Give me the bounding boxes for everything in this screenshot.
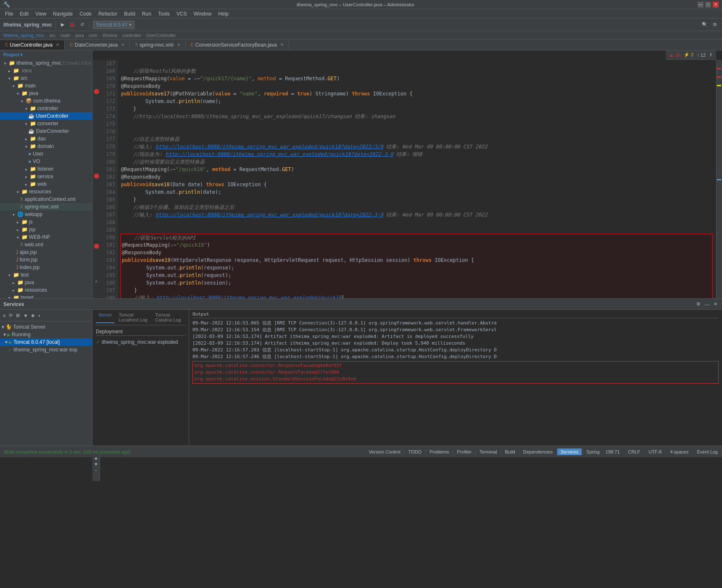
svc-add-button[interactable]: + — [37, 312, 42, 319]
svc-group-button[interactable]: ⊞ — [15, 312, 21, 319]
tree-ajax[interactable]: J ajax.jsp — [0, 248, 92, 256]
tree-dateconverter[interactable]: ☕ DateConverter — [0, 127, 92, 135]
search-everywhere-button[interactable]: 🔍 — [700, 21, 709, 28]
tree-test-resources[interactable]: ▸ 📁 resources — [0, 286, 92, 294]
svc-item-tomcat-instance[interactable]: ▾ ▶ Tomcat 8.0.47 [local] — [0, 338, 92, 346]
status-tab-terminal[interactable]: Terminal — [476, 448, 501, 455]
tree-idea[interactable]: ▸ 📁 .idea — [0, 67, 92, 74]
tab-localhost-log[interactable]: Tomcat Localhost Log — [116, 311, 151, 323]
services-settings-button[interactable]: ⚙ — [695, 301, 702, 308]
file-tab-springmvc[interactable]: X spring-mvc.xml ✕ — [130, 40, 185, 50]
status-tab-vc[interactable]: Version Control — [366, 448, 404, 455]
tree-dao[interactable]: ▸ 📁 dao — [0, 135, 92, 142]
status-tab-dependencies[interactable]: Dependencies — [520, 448, 556, 455]
menu-tools[interactable]: Tools — [155, 10, 173, 18]
tree-comitheima[interactable]: ▾ 📦 com.itheima — [0, 97, 92, 105]
status-tab-services[interactable]: Services — [557, 448, 582, 455]
settings-button[interactable]: ⚙ — [711, 21, 719, 28]
tree-appcontext[interactable]: X applicationContext.xml — [0, 195, 92, 203]
minimize-button[interactable]: — — [698, 2, 704, 8]
tree-webxml[interactable]: X web.xml — [0, 241, 92, 248]
svc-item-war-deploy[interactable]: ✓ itheima_spring_mvc:war exp — [0, 346, 92, 353]
nav-main[interactable]: main — [61, 33, 71, 38]
update-button[interactable]: ↺ — [79, 21, 86, 28]
tree-jsp[interactable]: ▸ 📁 jsp — [0, 226, 92, 233]
gutter-193[interactable]: ⬤ — [92, 242, 100, 249]
tree-form[interactable]: J form.jsp — [0, 256, 92, 264]
svc-list-button[interactable]: ≡ — [2, 312, 7, 319]
status-tab-problems[interactable]: Problems — [426, 448, 452, 455]
debug-button[interactable]: 🐞 — [68, 21, 77, 28]
gutter-183[interactable]: ⬤ — [92, 172, 100, 179]
encoding[interactable]: UTF-8 — [646, 448, 664, 455]
tree-springmvc-xml[interactable]: X spring-mvc.xml — [0, 203, 92, 211]
tree-main[interactable]: ▾ 📁 main — [0, 82, 92, 90]
status-tab-spring[interactable]: Spring — [583, 448, 603, 455]
services-minimize-button[interactable]: — — [704, 301, 711, 308]
nav-itheima[interactable]: itheima — [103, 33, 117, 38]
file-tab-conversionservice[interactable]: C ConversionServiceFactoryBean.java ✕ — [186, 40, 289, 50]
tab-server[interactable]: Server — [96, 311, 114, 323]
tree-user[interactable]: ● User — [0, 150, 92, 158]
event-log[interactable]: Event Log — [694, 448, 720, 455]
tree-target[interactable]: ▾ 📁 target — [0, 294, 92, 298]
run-button[interactable]: ▶ — [59, 21, 66, 28]
tree-webapp[interactable]: ▾ 🌐 webapp — [0, 211, 92, 218]
svc-refresh-button[interactable]: ⟳ — [8, 312, 14, 319]
svc-filter-button[interactable]: ▼ — [22, 312, 29, 319]
tree-web[interactable]: ▸ 📁 web — [0, 180, 92, 188]
tree-index[interactable]: J index.jsp — [0, 264, 92, 271]
nav-usercontroller[interactable]: UserController — [146, 33, 176, 38]
status-tab-todo[interactable]: TODO — [405, 448, 425, 455]
menu-run[interactable]: Run — [139, 10, 155, 18]
menu-window[interactable]: Window — [190, 10, 215, 18]
tree-usercontroller[interactable]: ☕ UserController — [0, 112, 92, 120]
nav-project[interactable]: itheima_spring_mvc — [3, 33, 45, 38]
status-tab-build[interactable]: Build — [501, 448, 518, 455]
file-tab-usercontroller[interactable]: C UserController.java ✕ — [0, 40, 65, 50]
services-close-button[interactable]: ✕ — [712, 301, 719, 308]
menu-edit[interactable]: Edit — [16, 10, 32, 18]
menu-file[interactable]: File — [2, 10, 16, 18]
menu-code[interactable]: Code — [76, 10, 95, 18]
close-tab-springmvc[interactable]: ✕ — [177, 42, 180, 47]
tree-js[interactable]: ▸ 📁 js — [0, 218, 92, 226]
tree-domain[interactable]: ▾ 📁 domain — [0, 142, 92, 150]
menu-refactor[interactable]: Refactor — [95, 10, 121, 18]
menu-view[interactable]: View — [32, 10, 50, 18]
file-tab-dateconverter[interactable]: C DateConverter.java ✕ — [65, 40, 130, 50]
menu-navigate[interactable]: Navigate — [50, 10, 76, 18]
code-area[interactable]: ⬤ ⬤ — [92, 50, 722, 298]
tree-service[interactable]: ▸ 📁 service — [0, 173, 92, 180]
tree-converter[interactable]: ▾ 📁 converter — [0, 120, 92, 127]
tree-webinf[interactable]: ▾ 📁 WEB-INF — [0, 233, 92, 241]
indent-info[interactable]: 4 spaces — [667, 448, 691, 455]
menu-vcs[interactable]: VCS — [173, 10, 190, 18]
close-tab-conversionservice[interactable]: ✕ — [280, 42, 284, 47]
close-tab-usercontroller[interactable]: ✕ — [56, 42, 59, 47]
svc-item-tomcat-server[interactable]: ▾ 🐈 Tomcat Server — [0, 323, 92, 331]
nav-controller[interactable]: controller — [122, 33, 141, 38]
nav-src[interactable]: src — [50, 33, 56, 38]
tree-java[interactable]: ▾ 📁 java — [0, 90, 92, 97]
tree-resources[interactable]: ▾ 📁 resources — [0, 188, 92, 195]
tomcat-selector[interactable]: Tomcat 8.0.47 ▾ — [93, 21, 134, 29]
nav-com[interactable]: com — [89, 33, 97, 38]
tree-test-java[interactable]: ▸ 📁 java — [0, 279, 92, 286]
menu-build[interactable]: Build — [121, 10, 139, 18]
menu-help[interactable]: Help — [215, 10, 232, 18]
svc-mark-button[interactable]: ◈ — [30, 312, 36, 319]
close-button[interactable]: ✕ — [713, 2, 719, 8]
nav-java[interactable]: java — [75, 33, 84, 38]
tree-vo[interactable]: ● VO — [0, 158, 92, 165]
tree-project-root[interactable]: ▾ 📁 itheima_spring_mvc D:\IntelliJ IDEA … — [0, 59, 92, 67]
tree-test[interactable]: ▾ 📁 test — [0, 271, 92, 279]
code-content[interactable]: //获取Restful风格的参数 @RequestMapping(value =… — [118, 60, 716, 298]
tree-src[interactable]: ▾ 📁 src — [0, 74, 92, 82]
svc-item-running[interactable]: ▾ ▶ Running — [0, 331, 92, 338]
close-tab-dateconverter[interactable]: ✕ — [121, 42, 124, 47]
gutter-171[interactable]: ⬤ — [92, 88, 100, 95]
status-tab-profiler[interactable]: Profiler — [453, 448, 475, 455]
tree-listener[interactable]: ▸ 📁 listener — [0, 165, 92, 173]
maximize-button[interactable]: □ — [705, 2, 711, 8]
